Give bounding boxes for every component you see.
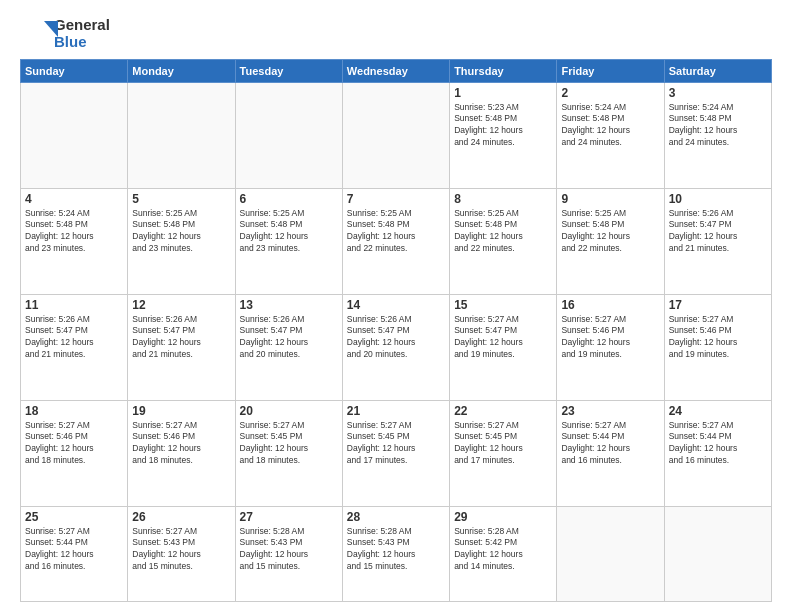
day-number: 5 — [132, 192, 230, 206]
day-number: 13 — [240, 298, 338, 312]
day-cell: 11Sunrise: 5:26 AM Sunset: 5:47 PM Dayli… — [21, 294, 128, 400]
day-number: 15 — [454, 298, 552, 312]
day-info: Sunrise: 5:25 AM Sunset: 5:48 PM Dayligh… — [240, 208, 338, 256]
day-number: 10 — [669, 192, 767, 206]
day-info: Sunrise: 5:26 AM Sunset: 5:47 PM Dayligh… — [240, 314, 338, 362]
weekday-sunday: Sunday — [21, 59, 128, 82]
day-number: 22 — [454, 404, 552, 418]
weekday-header-row: SundayMondayTuesdayWednesdayThursdayFrid… — [21, 59, 772, 82]
day-info: Sunrise: 5:25 AM Sunset: 5:48 PM Dayligh… — [347, 208, 445, 256]
day-number: 20 — [240, 404, 338, 418]
day-number: 17 — [669, 298, 767, 312]
day-info: Sunrise: 5:26 AM Sunset: 5:47 PM Dayligh… — [25, 314, 123, 362]
day-info: Sunrise: 5:28 AM Sunset: 5:43 PM Dayligh… — [347, 526, 445, 574]
day-cell — [342, 82, 449, 188]
day-cell: 24Sunrise: 5:27 AM Sunset: 5:44 PM Dayli… — [664, 400, 771, 506]
day-number: 28 — [347, 510, 445, 524]
day-number: 18 — [25, 404, 123, 418]
day-number: 2 — [561, 86, 659, 100]
day-cell: 10Sunrise: 5:26 AM Sunset: 5:47 PM Dayli… — [664, 188, 771, 294]
day-info: Sunrise: 5:26 AM Sunset: 5:47 PM Dayligh… — [669, 208, 767, 256]
day-info: Sunrise: 5:26 AM Sunset: 5:47 PM Dayligh… — [132, 314, 230, 362]
day-info: Sunrise: 5:27 AM Sunset: 5:46 PM Dayligh… — [561, 314, 659, 362]
day-number: 12 — [132, 298, 230, 312]
day-info: Sunrise: 5:27 AM Sunset: 5:46 PM Dayligh… — [25, 420, 123, 468]
day-cell: 19Sunrise: 5:27 AM Sunset: 5:46 PM Dayli… — [128, 400, 235, 506]
day-number: 16 — [561, 298, 659, 312]
day-cell: 29Sunrise: 5:28 AM Sunset: 5:42 PM Dayli… — [450, 506, 557, 601]
day-cell: 14Sunrise: 5:26 AM Sunset: 5:47 PM Dayli… — [342, 294, 449, 400]
weekday-saturday: Saturday — [664, 59, 771, 82]
day-info: Sunrise: 5:24 AM Sunset: 5:48 PM Dayligh… — [25, 208, 123, 256]
day-number: 27 — [240, 510, 338, 524]
day-number: 23 — [561, 404, 659, 418]
day-cell: 13Sunrise: 5:26 AM Sunset: 5:47 PM Dayli… — [235, 294, 342, 400]
logo-blue: Blue — [54, 33, 110, 50]
day-number: 9 — [561, 192, 659, 206]
day-info: Sunrise: 5:25 AM Sunset: 5:48 PM Dayligh… — [561, 208, 659, 256]
day-info: Sunrise: 5:27 AM Sunset: 5:44 PM Dayligh… — [25, 526, 123, 574]
day-info: Sunrise: 5:24 AM Sunset: 5:48 PM Dayligh… — [669, 102, 767, 150]
day-cell: 3Sunrise: 5:24 AM Sunset: 5:48 PM Daylig… — [664, 82, 771, 188]
day-cell: 22Sunrise: 5:27 AM Sunset: 5:45 PM Dayli… — [450, 400, 557, 506]
day-number: 26 — [132, 510, 230, 524]
day-cell: 20Sunrise: 5:27 AM Sunset: 5:45 PM Dayli… — [235, 400, 342, 506]
calendar-table: SundayMondayTuesdayWednesdayThursdayFrid… — [20, 59, 772, 603]
day-info: Sunrise: 5:27 AM Sunset: 5:46 PM Dayligh… — [132, 420, 230, 468]
day-cell: 7Sunrise: 5:25 AM Sunset: 5:48 PM Daylig… — [342, 188, 449, 294]
day-info: Sunrise: 5:25 AM Sunset: 5:48 PM Dayligh… — [132, 208, 230, 256]
day-cell: 28Sunrise: 5:28 AM Sunset: 5:43 PM Dayli… — [342, 506, 449, 601]
day-cell: 12Sunrise: 5:26 AM Sunset: 5:47 PM Dayli… — [128, 294, 235, 400]
weekday-wednesday: Wednesday — [342, 59, 449, 82]
page: General Blue SundayMondayTuesdayWednesda… — [0, 0, 792, 612]
day-cell: 2Sunrise: 5:24 AM Sunset: 5:48 PM Daylig… — [557, 82, 664, 188]
day-number: 29 — [454, 510, 552, 524]
week-row-4: 18Sunrise: 5:27 AM Sunset: 5:46 PM Dayli… — [21, 400, 772, 506]
day-number: 1 — [454, 86, 552, 100]
day-info: Sunrise: 5:28 AM Sunset: 5:42 PM Dayligh… — [454, 526, 552, 574]
day-info: Sunrise: 5:27 AM Sunset: 5:43 PM Dayligh… — [132, 526, 230, 574]
day-cell: 16Sunrise: 5:27 AM Sunset: 5:46 PM Dayli… — [557, 294, 664, 400]
day-cell: 6Sunrise: 5:25 AM Sunset: 5:48 PM Daylig… — [235, 188, 342, 294]
day-cell: 27Sunrise: 5:28 AM Sunset: 5:43 PM Dayli… — [235, 506, 342, 601]
day-cell: 9Sunrise: 5:25 AM Sunset: 5:48 PM Daylig… — [557, 188, 664, 294]
day-info: Sunrise: 5:27 AM Sunset: 5:47 PM Dayligh… — [454, 314, 552, 362]
day-number: 24 — [669, 404, 767, 418]
day-number: 7 — [347, 192, 445, 206]
day-cell: 5Sunrise: 5:25 AM Sunset: 5:48 PM Daylig… — [128, 188, 235, 294]
day-number: 11 — [25, 298, 123, 312]
day-cell: 26Sunrise: 5:27 AM Sunset: 5:43 PM Dayli… — [128, 506, 235, 601]
day-cell: 8Sunrise: 5:25 AM Sunset: 5:48 PM Daylig… — [450, 188, 557, 294]
day-cell — [557, 506, 664, 601]
svg-marker-1 — [44, 21, 58, 37]
day-cell: 21Sunrise: 5:27 AM Sunset: 5:45 PM Dayli… — [342, 400, 449, 506]
day-number: 8 — [454, 192, 552, 206]
day-cell — [664, 506, 771, 601]
day-cell — [235, 82, 342, 188]
weekday-tuesday: Tuesday — [235, 59, 342, 82]
week-row-5: 25Sunrise: 5:27 AM Sunset: 5:44 PM Dayli… — [21, 506, 772, 601]
logo-general: General — [54, 16, 110, 33]
day-info: Sunrise: 5:27 AM Sunset: 5:45 PM Dayligh… — [347, 420, 445, 468]
day-cell: 1Sunrise: 5:23 AM Sunset: 5:48 PM Daylig… — [450, 82, 557, 188]
day-info: Sunrise: 5:24 AM Sunset: 5:48 PM Dayligh… — [561, 102, 659, 150]
day-cell: 4Sunrise: 5:24 AM Sunset: 5:48 PM Daylig… — [21, 188, 128, 294]
week-row-3: 11Sunrise: 5:26 AM Sunset: 5:47 PM Dayli… — [21, 294, 772, 400]
day-number: 14 — [347, 298, 445, 312]
day-cell: 15Sunrise: 5:27 AM Sunset: 5:47 PM Dayli… — [450, 294, 557, 400]
week-row-2: 4Sunrise: 5:24 AM Sunset: 5:48 PM Daylig… — [21, 188, 772, 294]
day-number: 6 — [240, 192, 338, 206]
day-cell: 18Sunrise: 5:27 AM Sunset: 5:46 PM Dayli… — [21, 400, 128, 506]
day-info: Sunrise: 5:23 AM Sunset: 5:48 PM Dayligh… — [454, 102, 552, 150]
logo: General Blue — [20, 16, 110, 51]
day-info: Sunrise: 5:28 AM Sunset: 5:43 PM Dayligh… — [240, 526, 338, 574]
day-number: 25 — [25, 510, 123, 524]
day-number: 4 — [25, 192, 123, 206]
day-info: Sunrise: 5:25 AM Sunset: 5:48 PM Dayligh… — [454, 208, 552, 256]
day-cell — [128, 82, 235, 188]
weekday-monday: Monday — [128, 59, 235, 82]
day-info: Sunrise: 5:27 AM Sunset: 5:46 PM Dayligh… — [669, 314, 767, 362]
week-row-1: 1Sunrise: 5:23 AM Sunset: 5:48 PM Daylig… — [21, 82, 772, 188]
day-cell: 23Sunrise: 5:27 AM Sunset: 5:44 PM Dayli… — [557, 400, 664, 506]
day-info: Sunrise: 5:27 AM Sunset: 5:45 PM Dayligh… — [454, 420, 552, 468]
